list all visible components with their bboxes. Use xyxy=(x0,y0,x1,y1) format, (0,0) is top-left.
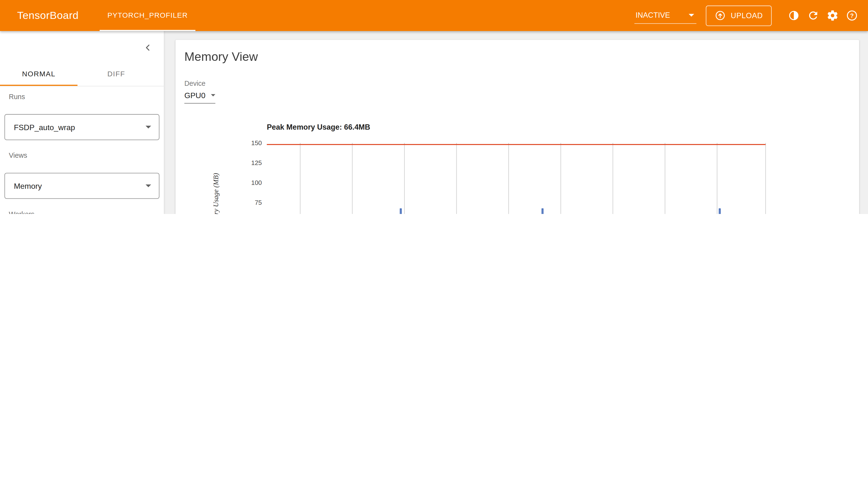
memory-view-card: Memory View Device GPU0 5101520253035404… xyxy=(176,40,859,214)
help-button[interactable]: ? xyxy=(842,6,862,25)
memory-usage-chart: 510152025303540450255075100125150Peak Me… xyxy=(211,121,775,214)
svg-text:150: 150 xyxy=(251,139,262,147)
page-title: Memory View xyxy=(184,50,258,64)
top-bar: TensorBoard PYTORCH_PROFILER INACTIVE UP… xyxy=(0,0,868,31)
sidebar-tabs: NORMAL DIFF xyxy=(0,63,164,87)
upload-label: UPLOAD xyxy=(731,11,763,20)
svg-text:Memory Usage (MB): Memory Usage (MB) xyxy=(212,173,220,214)
caret-down-icon xyxy=(146,126,151,128)
help-icon: ? xyxy=(845,9,858,22)
app-title[interactable]: TensorBoard xyxy=(17,9,79,22)
device-select-value: GPU0 xyxy=(184,91,206,100)
caret-down-icon xyxy=(211,94,215,96)
views-select-value: Memory xyxy=(14,181,42,191)
runs-select[interactable]: FSDP_auto_wrap xyxy=(4,114,159,140)
sidebar-collapse-row xyxy=(0,31,164,63)
refresh-icon xyxy=(807,9,819,22)
upload-icon xyxy=(715,10,726,21)
refresh-button[interactable] xyxy=(803,6,823,25)
svg-text:Peak Memory Usage: 66.4MB: Peak Memory Usage: 66.4MB xyxy=(267,123,370,131)
main-content: Memory View Device GPU0 5101520253035404… xyxy=(164,31,868,214)
workers-label: Workers xyxy=(9,210,155,214)
views-select[interactable]: Memory xyxy=(4,173,159,199)
runs-label: Runs xyxy=(9,93,155,101)
device-label: Device xyxy=(184,80,206,87)
chevron-left-icon xyxy=(142,42,153,53)
theme-toggle-button[interactable] xyxy=(784,6,803,25)
tab-pytorch-profiler[interactable]: PYTORCH_PROFILER xyxy=(99,0,195,31)
sidebar: NORMAL DIFF Runs FSDP_auto_wrap Views Me… xyxy=(0,31,164,214)
svg-text:?: ? xyxy=(850,12,854,19)
caret-down-icon xyxy=(689,13,694,16)
runs-select-value: FSDP_auto_wrap xyxy=(14,123,75,132)
gear-icon xyxy=(826,9,838,22)
run-state-select[interactable]: INACTIVE xyxy=(634,7,696,24)
contrast-icon xyxy=(787,9,800,22)
tab-diff[interactable]: DIFF xyxy=(78,63,155,86)
svg-text:100: 100 xyxy=(251,179,262,186)
upload-button[interactable]: UPLOAD xyxy=(706,5,772,26)
caret-down-icon xyxy=(146,184,151,187)
collapse-sidebar-button[interactable] xyxy=(138,37,157,57)
views-label: Views xyxy=(9,152,155,160)
device-select[interactable]: GPU0 xyxy=(184,91,215,104)
tensorboard-app: TensorBoard PYTORCH_PROFILER INACTIVE UP… xyxy=(0,0,868,214)
svg-text:75: 75 xyxy=(255,199,262,206)
settings-button[interactable] xyxy=(823,6,842,25)
svg-text:125: 125 xyxy=(251,159,262,167)
run-state-value: INACTIVE xyxy=(636,11,670,19)
tab-normal[interactable]: NORMAL xyxy=(0,63,78,86)
